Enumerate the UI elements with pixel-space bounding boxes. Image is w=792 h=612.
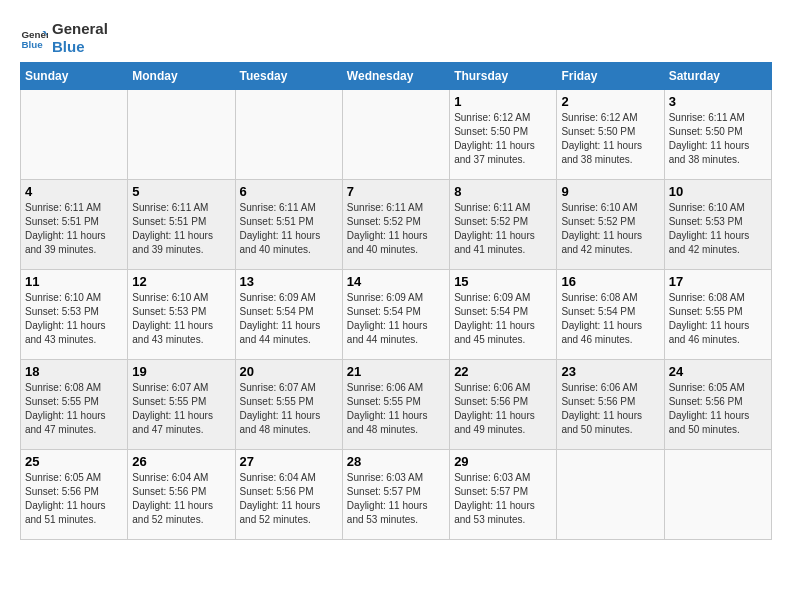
calendar-cell: 6Sunrise: 6:11 AMSunset: 5:51 PMDaylight… [235, 180, 342, 270]
calendar-cell: 3Sunrise: 6:11 AMSunset: 5:50 PMDaylight… [664, 90, 771, 180]
day-info: Sunrise: 6:08 AMSunset: 5:55 PMDaylight:… [669, 291, 767, 347]
calendar-week-row: 25Sunrise: 6:05 AMSunset: 5:56 PMDayligh… [21, 450, 772, 540]
day-info: Sunrise: 6:07 AMSunset: 5:55 PMDaylight:… [240, 381, 338, 437]
day-number: 11 [25, 274, 123, 289]
calendar-cell: 7Sunrise: 6:11 AMSunset: 5:52 PMDaylight… [342, 180, 449, 270]
calendar-week-row: 1Sunrise: 6:12 AMSunset: 5:50 PMDaylight… [21, 90, 772, 180]
calendar-cell: 15Sunrise: 6:09 AMSunset: 5:54 PMDayligh… [450, 270, 557, 360]
calendar-cell: 13Sunrise: 6:09 AMSunset: 5:54 PMDayligh… [235, 270, 342, 360]
day-info: Sunrise: 6:10 AMSunset: 5:53 PMDaylight:… [669, 201, 767, 257]
day-info: Sunrise: 6:11 AMSunset: 5:52 PMDaylight:… [347, 201, 445, 257]
day-number: 25 [25, 454, 123, 469]
day-info: Sunrise: 6:07 AMSunset: 5:55 PMDaylight:… [132, 381, 230, 437]
column-header-sunday: Sunday [21, 63, 128, 90]
day-info: Sunrise: 6:03 AMSunset: 5:57 PMDaylight:… [454, 471, 552, 527]
day-number: 18 [25, 364, 123, 379]
day-info: Sunrise: 6:03 AMSunset: 5:57 PMDaylight:… [347, 471, 445, 527]
calendar-cell: 2Sunrise: 6:12 AMSunset: 5:50 PMDaylight… [557, 90, 664, 180]
day-number: 23 [561, 364, 659, 379]
day-info: Sunrise: 6:06 AMSunset: 5:56 PMDaylight:… [561, 381, 659, 437]
calendar-cell [128, 90, 235, 180]
day-info: Sunrise: 6:11 AMSunset: 5:51 PMDaylight:… [240, 201, 338, 257]
day-number: 13 [240, 274, 338, 289]
calendar-cell: 17Sunrise: 6:08 AMSunset: 5:55 PMDayligh… [664, 270, 771, 360]
day-number: 7 [347, 184, 445, 199]
day-number: 28 [347, 454, 445, 469]
calendar-header-row: SundayMondayTuesdayWednesdayThursdayFrid… [21, 63, 772, 90]
calendar-cell: 14Sunrise: 6:09 AMSunset: 5:54 PMDayligh… [342, 270, 449, 360]
calendar-cell: 18Sunrise: 6:08 AMSunset: 5:55 PMDayligh… [21, 360, 128, 450]
day-number: 24 [669, 364, 767, 379]
day-info: Sunrise: 6:08 AMSunset: 5:54 PMDaylight:… [561, 291, 659, 347]
calendar-cell: 4Sunrise: 6:11 AMSunset: 5:51 PMDaylight… [21, 180, 128, 270]
calendar-cell: 5Sunrise: 6:11 AMSunset: 5:51 PMDaylight… [128, 180, 235, 270]
day-info: Sunrise: 6:10 AMSunset: 5:53 PMDaylight:… [132, 291, 230, 347]
day-number: 2 [561, 94, 659, 109]
logo-blue: Blue [52, 38, 108, 56]
calendar-cell [557, 450, 664, 540]
day-info: Sunrise: 6:06 AMSunset: 5:55 PMDaylight:… [347, 381, 445, 437]
calendar-cell: 1Sunrise: 6:12 AMSunset: 5:50 PMDaylight… [450, 90, 557, 180]
calendar-cell: 12Sunrise: 6:10 AMSunset: 5:53 PMDayligh… [128, 270, 235, 360]
day-number: 20 [240, 364, 338, 379]
calendar-cell [664, 450, 771, 540]
calendar-cell: 23Sunrise: 6:06 AMSunset: 5:56 PMDayligh… [557, 360, 664, 450]
day-info: Sunrise: 6:04 AMSunset: 5:56 PMDaylight:… [132, 471, 230, 527]
calendar-cell: 26Sunrise: 6:04 AMSunset: 5:56 PMDayligh… [128, 450, 235, 540]
day-number: 10 [669, 184, 767, 199]
day-number: 4 [25, 184, 123, 199]
calendar-cell: 25Sunrise: 6:05 AMSunset: 5:56 PMDayligh… [21, 450, 128, 540]
calendar-week-row: 18Sunrise: 6:08 AMSunset: 5:55 PMDayligh… [21, 360, 772, 450]
day-info: Sunrise: 6:06 AMSunset: 5:56 PMDaylight:… [454, 381, 552, 437]
svg-text:Blue: Blue [21, 39, 43, 50]
day-info: Sunrise: 6:11 AMSunset: 5:51 PMDaylight:… [25, 201, 123, 257]
calendar-table: SundayMondayTuesdayWednesdayThursdayFrid… [20, 62, 772, 540]
day-number: 5 [132, 184, 230, 199]
day-number: 19 [132, 364, 230, 379]
day-number: 14 [347, 274, 445, 289]
calendar-cell: 19Sunrise: 6:07 AMSunset: 5:55 PMDayligh… [128, 360, 235, 450]
day-info: Sunrise: 6:11 AMSunset: 5:50 PMDaylight:… [669, 111, 767, 167]
day-number: 9 [561, 184, 659, 199]
day-info: Sunrise: 6:10 AMSunset: 5:53 PMDaylight:… [25, 291, 123, 347]
day-info: Sunrise: 6:05 AMSunset: 5:56 PMDaylight:… [25, 471, 123, 527]
page-header: General Blue General Blue [20, 20, 772, 56]
calendar-cell: 27Sunrise: 6:04 AMSunset: 5:56 PMDayligh… [235, 450, 342, 540]
calendar-cell: 8Sunrise: 6:11 AMSunset: 5:52 PMDaylight… [450, 180, 557, 270]
calendar-cell [21, 90, 128, 180]
column-header-tuesday: Tuesday [235, 63, 342, 90]
calendar-cell: 28Sunrise: 6:03 AMSunset: 5:57 PMDayligh… [342, 450, 449, 540]
day-info: Sunrise: 6:04 AMSunset: 5:56 PMDaylight:… [240, 471, 338, 527]
day-number: 22 [454, 364, 552, 379]
calendar-cell: 21Sunrise: 6:06 AMSunset: 5:55 PMDayligh… [342, 360, 449, 450]
calendar-cell: 9Sunrise: 6:10 AMSunset: 5:52 PMDaylight… [557, 180, 664, 270]
column-header-friday: Friday [557, 63, 664, 90]
day-number: 16 [561, 274, 659, 289]
day-number: 17 [669, 274, 767, 289]
column-header-thursday: Thursday [450, 63, 557, 90]
day-info: Sunrise: 6:11 AMSunset: 5:52 PMDaylight:… [454, 201, 552, 257]
day-info: Sunrise: 6:10 AMSunset: 5:52 PMDaylight:… [561, 201, 659, 257]
column-header-wednesday: Wednesday [342, 63, 449, 90]
day-info: Sunrise: 6:08 AMSunset: 5:55 PMDaylight:… [25, 381, 123, 437]
calendar-cell [342, 90, 449, 180]
calendar-week-row: 11Sunrise: 6:10 AMSunset: 5:53 PMDayligh… [21, 270, 772, 360]
day-info: Sunrise: 6:05 AMSunset: 5:56 PMDaylight:… [669, 381, 767, 437]
day-info: Sunrise: 6:09 AMSunset: 5:54 PMDaylight:… [240, 291, 338, 347]
day-info: Sunrise: 6:09 AMSunset: 5:54 PMDaylight:… [347, 291, 445, 347]
day-number: 15 [454, 274, 552, 289]
day-number: 29 [454, 454, 552, 469]
day-number: 27 [240, 454, 338, 469]
calendar-cell: 20Sunrise: 6:07 AMSunset: 5:55 PMDayligh… [235, 360, 342, 450]
logo: General Blue General Blue [20, 20, 108, 56]
day-number: 3 [669, 94, 767, 109]
calendar-cell: 16Sunrise: 6:08 AMSunset: 5:54 PMDayligh… [557, 270, 664, 360]
day-info: Sunrise: 6:12 AMSunset: 5:50 PMDaylight:… [454, 111, 552, 167]
calendar-cell: 10Sunrise: 6:10 AMSunset: 5:53 PMDayligh… [664, 180, 771, 270]
day-number: 8 [454, 184, 552, 199]
calendar-cell: 24Sunrise: 6:05 AMSunset: 5:56 PMDayligh… [664, 360, 771, 450]
day-info: Sunrise: 6:11 AMSunset: 5:51 PMDaylight:… [132, 201, 230, 257]
day-number: 1 [454, 94, 552, 109]
logo-general: General [52, 20, 108, 38]
day-number: 6 [240, 184, 338, 199]
